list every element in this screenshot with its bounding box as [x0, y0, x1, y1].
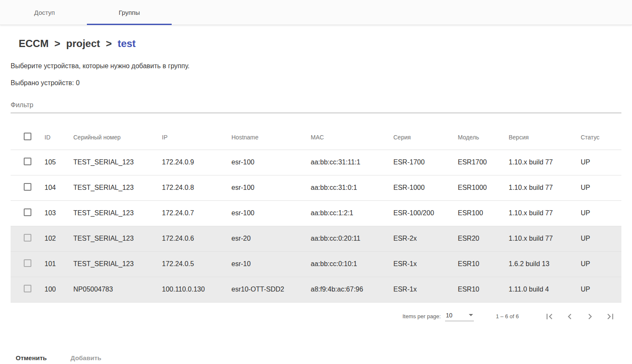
breadcrumb-item-eccm[interactable]: ECCM: [19, 38, 49, 49]
cell-status: UP: [581, 150, 621, 175]
table-row: 101 TEST_SERIAL_123 172.24.0.5 esr-10 aa…: [11, 251, 621, 277]
filter-input[interactable]: [11, 101, 621, 113]
table-row[interactable]: 103 TEST_SERIAL_123 172.24.0.7 esr-100 a…: [11, 200, 621, 226]
device-table: ID Серийный номер IP Hostname MAC Серия …: [11, 125, 621, 303]
row-checkbox[interactable]: [24, 158, 31, 165]
cell-model: ESR1700: [458, 150, 509, 175]
cell-mac: aa:bb:cc:0:20:11: [311, 226, 393, 251]
cell-hostname: esr10-OTT-SDD2: [231, 277, 311, 302]
first-page-button[interactable]: [539, 306, 560, 327]
cell-serial: TEST_SERIAL_123: [73, 175, 162, 200]
select-all-checkbox[interactable]: [24, 133, 31, 140]
cell-series: ESR-1700: [393, 150, 458, 175]
last-page-icon: [605, 311, 616, 322]
breadcrumb-separator: >: [54, 38, 60, 49]
cell-status: UP: [581, 251, 621, 277]
cell-ip: 172.24.0.9: [162, 150, 231, 175]
footer-actions: Отменить Добавить: [15, 351, 102, 364]
cell-model: ESR10: [458, 277, 509, 302]
tab-bar: Доступ Группы: [0, 0, 632, 25]
cell-model: ESR1000: [458, 175, 509, 200]
filter-field-wrap: [11, 101, 621, 113]
cell-version: 1.11.0 build 4: [509, 277, 581, 302]
cell-id: 105: [45, 150, 73, 175]
cell-ip: 100.110.0.130: [162, 277, 231, 302]
cell-hostname: esr-100: [231, 175, 311, 200]
cell-series: ESR-100/200: [393, 200, 458, 226]
chevron-left-icon: [564, 311, 575, 322]
cell-serial: TEST_SERIAL_123: [73, 200, 162, 226]
row-checkbox: [24, 285, 31, 292]
page-range-label: 1 – 6 of 6: [496, 313, 519, 320]
cell-mac: aa:bb:cc:0:10:1: [311, 251, 393, 277]
cell-serial: TEST_SERIAL_123: [73, 150, 162, 175]
column-header-model: Модель: [458, 125, 509, 150]
table-row[interactable]: 105 TEST_SERIAL_123 172.24.0.9 esr-100 a…: [11, 150, 621, 175]
row-checkbox[interactable]: [24, 208, 31, 216]
row-checkbox: [24, 234, 31, 242]
cell-ip: 172.24.0.7: [162, 200, 231, 226]
cancel-button[interactable]: Отменить: [15, 351, 47, 364]
previous-page-button[interactable]: [560, 306, 580, 327]
items-per-page-label: Items per page:: [402, 313, 440, 320]
cell-version: 1.10.x build 77: [509, 150, 581, 175]
cell-model: ESR10: [458, 251, 509, 277]
cell-mac: a8:f9:4b:ac:67:96: [311, 277, 393, 302]
device-table-body: 105 TEST_SERIAL_123 172.24.0.9 esr-100 a…: [11, 150, 621, 302]
cell-model: ESR100: [458, 200, 509, 226]
cell-series: ESR-1x: [393, 251, 458, 277]
cell-mac: aa:bb:cc:31:0:1: [311, 175, 393, 200]
cell-hostname: esr-20: [231, 226, 311, 251]
cell-hostname: esr-100: [231, 150, 311, 175]
next-page-button[interactable]: [580, 306, 600, 327]
column-header-version: Версия: [509, 125, 581, 150]
tab-access[interactable]: Доступ: [2, 0, 87, 25]
cell-series: ESR-1000: [393, 175, 458, 200]
cell-serial: TEST_SERIAL_123: [73, 226, 162, 251]
cell-status: UP: [581, 226, 621, 251]
cell-model: ESR20: [458, 226, 509, 251]
last-page-button[interactable]: [600, 306, 621, 327]
row-checkbox[interactable]: [24, 183, 31, 191]
items-per-page-value: 10: [446, 312, 453, 319]
main-content: ECCM > project > test Выберите устройств…: [0, 25, 632, 364]
cell-ip: 172.24.0.6: [162, 226, 231, 251]
instruction-text: Выберите устройства, которые нужно добав…: [11, 62, 621, 70]
cell-hostname: esr-100: [231, 200, 311, 226]
cell-version: 1.6.2 build 13: [509, 251, 581, 277]
cell-ip: 172.24.0.8: [162, 175, 231, 200]
chevron-right-icon: [585, 311, 596, 322]
column-header-mac: MAC: [311, 125, 393, 150]
row-checkbox: [24, 259, 31, 267]
selected-count-text: Выбрано устройств: 0: [11, 79, 621, 87]
column-header-ip: IP: [162, 125, 231, 150]
breadcrumb-current: test: [117, 38, 136, 49]
cell-serial: NP05004783: [73, 277, 162, 302]
cell-version: 1.10.x build 77: [509, 200, 581, 226]
items-per-page-select[interactable]: 10: [445, 312, 474, 321]
first-page-icon: [544, 311, 555, 322]
table-header-row: ID Серийный номер IP Hostname MAC Серия …: [11, 125, 621, 150]
cell-id: 101: [45, 251, 73, 277]
breadcrumb-separator: >: [106, 38, 112, 49]
cell-id: 102: [45, 226, 73, 251]
column-header-id: ID: [45, 125, 73, 150]
cell-status: UP: [581, 277, 621, 302]
breadcrumb: ECCM > project > test: [11, 25, 621, 50]
column-header-status: Статус: [581, 125, 621, 150]
table-row[interactable]: 104 TEST_SERIAL_123 172.24.0.8 esr-100 a…: [11, 175, 621, 200]
cell-version: 1.10.x build 77: [509, 175, 581, 200]
breadcrumb-item-project[interactable]: project: [66, 38, 100, 49]
add-button: Добавить: [70, 351, 102, 364]
cell-series: ESR-1x: [393, 277, 458, 302]
cell-serial: TEST_SERIAL_123: [73, 251, 162, 277]
cell-hostname: esr-10: [231, 251, 311, 277]
cell-id: 104: [45, 175, 73, 200]
cell-id: 103: [45, 200, 73, 226]
chevron-down-icon: [469, 314, 473, 316]
column-header-serial: Серийный номер: [73, 125, 162, 150]
column-header-hostname: Hostname: [231, 125, 311, 150]
tab-groups[interactable]: Группы: [87, 0, 172, 25]
column-header-series: Серия: [393, 125, 458, 150]
cell-series: ESR-2x: [393, 226, 458, 251]
